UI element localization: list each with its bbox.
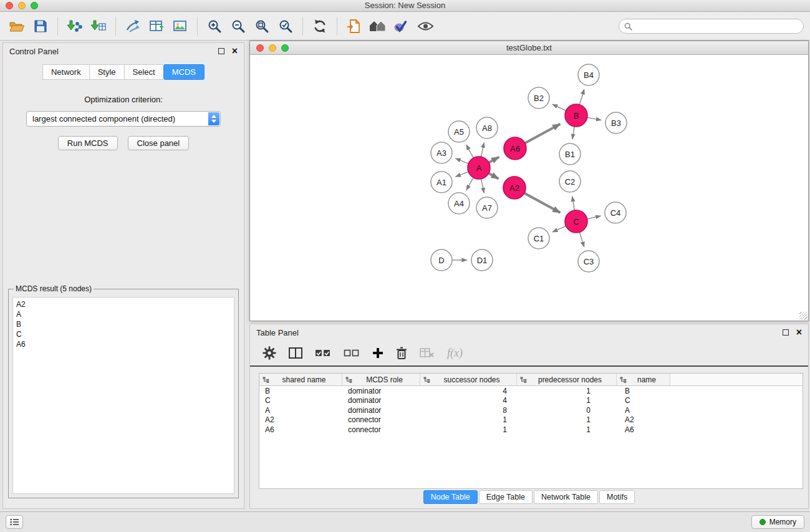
table-settings-button[interactable] [263, 346, 276, 360]
new-table-button[interactable] [145, 15, 168, 37]
graph-node-label: A2 [509, 183, 519, 193]
deselect-all-button[interactable] [344, 349, 360, 357]
new-network-button[interactable] [121, 15, 145, 37]
table-cell: connector [342, 425, 420, 434]
zoom-selected-button[interactable] [274, 15, 297, 37]
document-import-icon [347, 19, 362, 34]
network-close-button[interactable] [256, 44, 264, 52]
graph-node-label: B2 [534, 94, 544, 103]
table-cell: C [259, 396, 342, 405]
tab-select[interactable]: Select [124, 64, 163, 80]
result-item[interactable]: A6 [16, 339, 231, 349]
graph-edge-A-A7[interactable] [481, 179, 485, 193]
import-network-from-file-button[interactable] [63, 15, 87, 37]
tab-motifs[interactable]: Motifs [599, 490, 635, 504]
select-all-button[interactable] [315, 349, 331, 357]
mcds-result-list[interactable]: A2ABCA6 [12, 297, 234, 494]
result-item[interactable]: B [16, 319, 231, 329]
tab-style[interactable]: Style [89, 64, 124, 80]
tab-network-table[interactable]: Network Table [534, 490, 598, 504]
close-panel-button[interactable]: Close panel [128, 136, 190, 150]
result-item[interactable]: C [16, 329, 231, 339]
zoom-window-button[interactable] [31, 2, 38, 9]
table-cell: 1 [517, 415, 617, 424]
show-hide-button[interactable] [413, 15, 437, 37]
graph-edge-A-A3[interactable] [455, 158, 468, 163]
column-header-successor-nodes[interactable]: successor nodes [420, 374, 517, 385]
close-window-button[interactable] [6, 2, 13, 9]
window-title: Session: New Session [365, 1, 445, 10]
open-file-button[interactable] [342, 15, 366, 37]
export-image-button[interactable] [168, 15, 192, 37]
column-header-shared-name[interactable]: shared name [259, 374, 342, 385]
result-item[interactable]: A2 [16, 299, 231, 309]
network-zoom-button[interactable] [281, 44, 289, 52]
graph-edge-A-A1[interactable] [455, 172, 468, 177]
resize-handle[interactable] [799, 312, 808, 320]
graph-edge-C-C2[interactable] [572, 196, 575, 211]
graph-edge-A-A8[interactable] [481, 143, 485, 157]
minimize-window-button[interactable] [18, 2, 26, 9]
graph-edge-B-B1[interactable] [572, 127, 574, 140]
show-panels-button[interactable] [6, 515, 23, 529]
table-row[interactable]: A6connector11A6 [259, 425, 803, 435]
toolbar-separator [115, 17, 116, 36]
graph-edge-A-A5[interactable] [466, 145, 474, 158]
import-table-from-file-button[interactable] [87, 15, 110, 37]
graph-edge-A-A4[interactable] [466, 178, 473, 190]
graph-edge-A-A2[interactable] [489, 173, 499, 179]
graph-edge-A-A6[interactable] [489, 157, 499, 163]
function-builder-button[interactable]: f(x) [447, 347, 463, 360]
graph-edge-A2-C[interactable] [524, 193, 561, 213]
zoom-fit-button[interactable] [250, 15, 274, 37]
graph-edge-C-C3[interactable] [579, 232, 584, 247]
delete-row-button[interactable] [396, 347, 407, 359]
graph-edge-B-B3[interactable] [587, 117, 602, 120]
network-graph[interactable]: B4B2BB3A5A8A6A3B1AA1C2A2A4A7CC4C1C3DD1 [250, 55, 808, 322]
column-header-name[interactable]: name [617, 374, 670, 385]
network-canvas[interactable]: B4B2BB3A5A8A6A3B1AA1C2A2A4A7CC4C1C3DD1 [250, 55, 808, 321]
graph-edge-B-B4[interactable] [579, 89, 584, 105]
zoom-in-button[interactable] [203, 15, 226, 37]
tab-mcds[interactable]: MCDS [163, 64, 205, 80]
application-window: Session: New Session [0, 0, 810, 532]
table-row[interactable]: Adominator80A [259, 405, 803, 415]
home-button[interactable] [366, 15, 390, 37]
column-header-predecessor-nodes[interactable]: predecessor nodes [517, 374, 617, 385]
refresh-view-button[interactable] [308, 15, 332, 37]
result-item[interactable]: A [16, 309, 231, 319]
memory-button[interactable]: Memory [751, 515, 804, 529]
close-panel-icon[interactable]: × [796, 329, 802, 336]
delete-table-button[interactable] [420, 347, 435, 359]
toolbar-search[interactable] [619, 19, 804, 34]
table-cell: A [617, 406, 670, 415]
table-cell: 1 [517, 396, 617, 405]
column-header-mcds-role[interactable]: MCDS role [342, 374, 420, 385]
tab-network[interactable]: Network [42, 64, 89, 80]
float-panel-icon[interactable] [218, 48, 224, 54]
graph-edge-A6-B[interactable] [525, 124, 561, 143]
zoom-out-button[interactable] [226, 15, 250, 37]
graph-edge-C-C4[interactable] [587, 216, 601, 219]
run-mcds-button[interactable]: Run MCDS [58, 136, 118, 150]
tab-edge-table[interactable]: Edge Table [479, 490, 533, 504]
table-row[interactable]: A2connector11A2 [259, 415, 803, 425]
validate-button[interactable] [390, 15, 413, 37]
graph-edge-C-C1[interactable] [552, 226, 566, 232]
combo-stepper-icon [208, 112, 219, 125]
save-session-button[interactable] [29, 15, 52, 37]
close-panel-icon[interactable]: × [232, 47, 238, 55]
table-cell: C [617, 396, 670, 405]
table-row[interactable]: Cdominator41C [259, 396, 803, 406]
table-row[interactable]: Bdominator41B [259, 386, 803, 396]
show-column-button[interactable] [289, 347, 302, 359]
graph-edge-B-B2[interactable] [552, 104, 566, 110]
table-panel-title: Table Panel [256, 328, 299, 337]
network-minimize-button[interactable] [269, 44, 276, 52]
open-session-button[interactable] [5, 15, 29, 37]
float-panel-icon[interactable] [783, 329, 789, 336]
tab-node-table[interactable]: Node Table [423, 490, 478, 504]
search-input[interactable] [635, 22, 803, 31]
optimization-criterion-select[interactable]: largest connected component (directed) [26, 111, 221, 127]
add-row-button[interactable] [372, 347, 383, 359]
